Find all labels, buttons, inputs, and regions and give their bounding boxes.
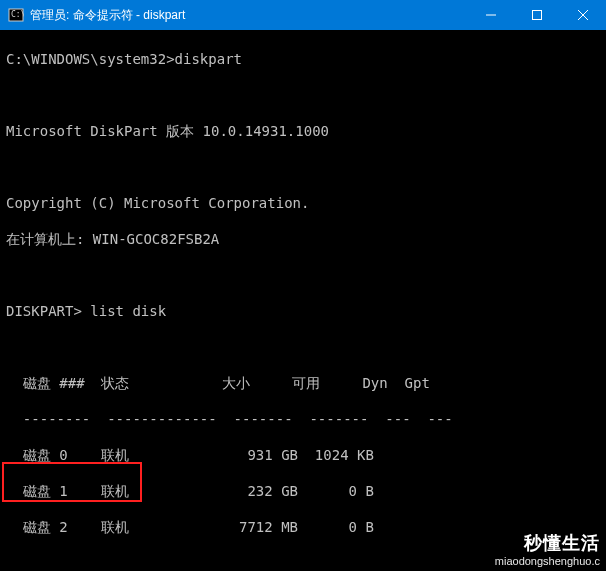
copyright-line: Copyright (C) Microsoft Corporation. bbox=[6, 194, 600, 212]
diskpart-prompt: DISKPART> list disk bbox=[6, 302, 600, 320]
table-divider: -------- ------------- ------- ------- -… bbox=[6, 410, 600, 428]
blank-line bbox=[6, 158, 600, 176]
version-line: Microsoft DiskPart 版本 10.0.14931.1000 bbox=[6, 122, 600, 140]
window-title: 管理员: 命令提示符 - diskpart bbox=[30, 7, 468, 24]
table-row: 磁盘 0 联机 931 GB 1024 KB bbox=[6, 446, 600, 464]
computer-line: 在计算机上: WIN-GCOC82FSB2A bbox=[6, 230, 600, 248]
minimize-button[interactable] bbox=[468, 0, 514, 30]
window-controls bbox=[468, 0, 606, 30]
table-header: 磁盘 ### 状态 大小 可用 Dyn Gpt bbox=[6, 374, 600, 392]
blank-line bbox=[6, 554, 600, 571]
table-row: 磁盘 1 联机 232 GB 0 B bbox=[6, 482, 600, 500]
blank-line bbox=[6, 338, 600, 356]
terminal-output[interactable]: C:\WINDOWS\system32>diskpart Microsoft D… bbox=[0, 30, 606, 571]
table-row: 磁盘 2 联机 7712 MB 0 B bbox=[6, 518, 600, 536]
titlebar[interactable]: C:\ 管理员: 命令提示符 - diskpart bbox=[0, 0, 606, 30]
blank-line bbox=[6, 86, 600, 104]
prompt-line: C:\WINDOWS\system32>diskpart bbox=[6, 50, 600, 68]
svg-rect-3 bbox=[533, 11, 542, 20]
app-icon: C:\ bbox=[8, 7, 24, 23]
maximize-button[interactable] bbox=[514, 0, 560, 30]
blank-line bbox=[6, 266, 600, 284]
svg-text:C:\: C:\ bbox=[11, 10, 24, 19]
close-button[interactable] bbox=[560, 0, 606, 30]
